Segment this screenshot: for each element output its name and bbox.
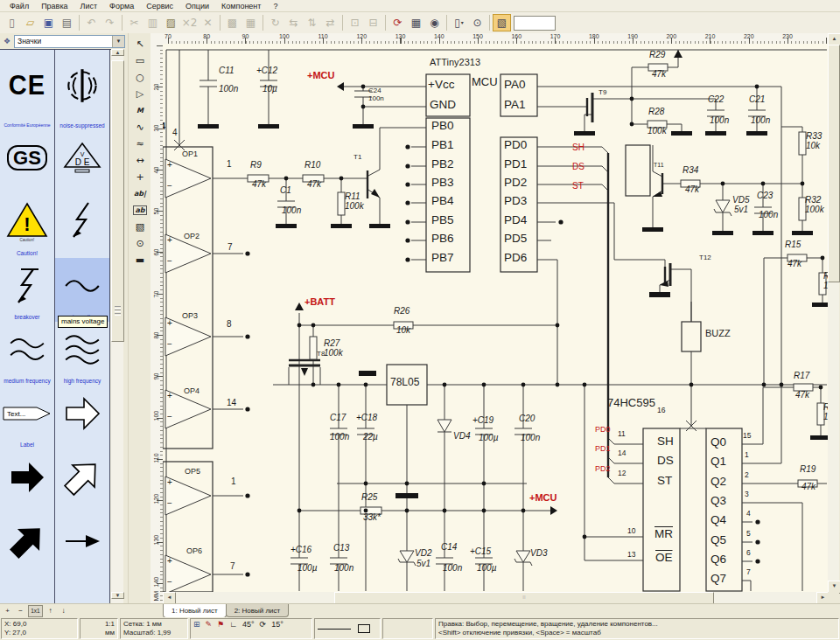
menu-item-3[interactable]: Лист bbox=[74, 2, 104, 10]
fill-style-sample[interactable] bbox=[358, 624, 370, 633]
rotate-step-icon[interactable]: ⟳ bbox=[260, 620, 267, 630]
hscroll-thumb[interactable]: ⁞⁞ bbox=[334, 592, 714, 604]
open-button[interactable]: ▱ bbox=[21, 14, 39, 31]
menu-item-2[interactable]: Правка bbox=[35, 2, 74, 10]
schematic-canvas[interactable]: C11100n+C1210µ+MCUC24100nATTiny2313MCU+V… bbox=[163, 44, 828, 592]
line-style-sample[interactable] bbox=[318, 629, 351, 630]
menu-item-5[interactable]: Сервис bbox=[140, 2, 179, 10]
flag-icon[interactable]: ⚑ bbox=[217, 620, 224, 630]
curve-tool[interactable]: ∿ bbox=[131, 120, 149, 135]
chevron-down-icon[interactable]: ▼ bbox=[112, 36, 124, 47]
palette-control-4[interactable]: ↑ bbox=[45, 605, 56, 617]
undo-button[interactable]: ↶ bbox=[82, 14, 101, 31]
symbol-tile-high[interactable]: high frequency bbox=[55, 322, 110, 386]
print-button[interactable]: ▤ bbox=[58, 14, 76, 31]
node-tool[interactable]: + bbox=[131, 170, 149, 184]
scroll-up-icon[interactable]: ▲ bbox=[111, 49, 124, 56]
new-button[interactable]: ▯ bbox=[3, 14, 21, 31]
scroll-down-icon[interactable]: ▼ bbox=[111, 592, 124, 599]
palette-scrollbar[interactable]: ▲ ▼ bbox=[111, 49, 123, 603]
flip-button[interactable]: ⇄ bbox=[321, 14, 340, 31]
mirror-v-button[interactable]: ⇅ bbox=[303, 14, 321, 31]
polyline-tool[interactable]: M bbox=[131, 103, 149, 118]
menu-item-8[interactable]: ? bbox=[267, 2, 284, 10]
redo-button[interactable]: ↷ bbox=[101, 14, 119, 31]
symbol-tile-mains[interactable]: mains voltage bbox=[55, 258, 110, 323]
library-icon[interactable]: ❖ bbox=[0, 37, 14, 45]
delete-button[interactable]: ✕ bbox=[199, 14, 217, 31]
page-preview-button[interactable]: ▯▾ bbox=[450, 14, 468, 31]
pen-icon[interactable]: ✎ bbox=[206, 620, 213, 630]
to-front-button[interactable]: ▩ bbox=[223, 14, 242, 31]
symbol-tile-arrow-black-right[interactable] bbox=[0, 449, 55, 514]
schematic-label: PD1 bbox=[504, 158, 527, 170]
sheet-tab-1[interactable]: 1: Новый лист bbox=[163, 604, 227, 618]
symbol-tile-ce[interactable]: CEConformité Européenne bbox=[0, 50, 55, 131]
save-button[interactable]: ▣ bbox=[39, 14, 58, 31]
menu-item-7[interactable]: Компонент bbox=[215, 2, 267, 10]
polygon-tool[interactable]: ▷ bbox=[131, 87, 149, 101]
horizontal-scrollbar[interactable]: ◄ ⁞⁞ ► bbox=[163, 592, 828, 603]
ellipse-tool[interactable]: ○ bbox=[131, 70, 149, 85]
symbol-tile-medium[interactable]: medium frequency bbox=[0, 322, 55, 386]
search-button[interactable]: ◉ bbox=[425, 14, 444, 31]
vertical-scrollbar[interactable]: ▲ ▼ bbox=[828, 33, 839, 592]
text-tool[interactable]: ab| bbox=[131, 186, 149, 201]
palette-control-3[interactable]: 1x1 bbox=[28, 605, 43, 617]
redraw-button[interactable]: ⟳ bbox=[388, 14, 407, 31]
paste-button[interactable]: ▨ bbox=[162, 14, 180, 31]
symbol-tile-arrow-thin-right[interactable] bbox=[55, 513, 110, 578]
palette-control-5[interactable]: ↓ bbox=[58, 605, 69, 617]
menu-bar: ФайлПравкаЛистФормаСервисОпцииКомпонент? bbox=[0, 0, 840, 12]
rotate-button[interactable]: ↻ bbox=[266, 14, 284, 31]
bottom-bar: +−1x1↑↓ 1: Новый лист2: Новый лист bbox=[0, 603, 840, 618]
symbol-tile-gs[interactable]: GS bbox=[0, 130, 55, 195]
mirror-h-button[interactable]: ⇆ bbox=[284, 14, 303, 31]
sheet-grid-button[interactable]: ▦ bbox=[407, 14, 425, 31]
ruler-top-140: 140 bbox=[434, 33, 444, 39]
menu-item-6[interactable]: Опции bbox=[179, 2, 215, 10]
symbol-tile-partial-b[interactable] bbox=[55, 577, 110, 604]
duplicate-button[interactable]: ×2 bbox=[180, 14, 199, 31]
select-tool[interactable]: ↖ bbox=[131, 37, 149, 52]
measure-tool[interactable]: ▬ bbox=[131, 253, 149, 268]
grid-toggle-icon[interactable]: ⊞ bbox=[193, 620, 200, 630]
symbol-tile-partial-a[interactable] bbox=[0, 577, 55, 604]
flash-icon bbox=[55, 194, 109, 249]
zoom-window-button[interactable]: ⊙ bbox=[468, 14, 486, 31]
symbol-tile-vde[interactable]: VD E bbox=[55, 130, 110, 195]
cut-button[interactable]: ✂ bbox=[125, 14, 144, 31]
text-frame-tool[interactable]: ab bbox=[131, 203, 149, 218]
group-button[interactable]: ⊡ bbox=[346, 14, 364, 31]
angle-icon[interactable]: ∟ bbox=[229, 620, 237, 630]
schematic-label: 100n bbox=[330, 433, 349, 442]
copy-button[interactable]: ▥ bbox=[144, 14, 162, 31]
menu-item-4[interactable]: Форма bbox=[103, 2, 140, 10]
dimension-tool[interactable]: ↔ bbox=[131, 153, 149, 168]
symbol-tile-flash[interactable] bbox=[55, 194, 110, 259]
symbol-tile-arrow-black-ne[interactable] bbox=[0, 513, 55, 578]
to-back-button[interactable]: ▦ bbox=[242, 14, 260, 31]
zoom-input[interactable] bbox=[514, 16, 556, 31]
schematic-label: 4 bbox=[172, 129, 178, 138]
symbol-tile-text-label[interactable]: Text...Label bbox=[0, 386, 55, 450]
palette-scroll-thumb[interactable] bbox=[111, 60, 124, 342]
symbol-tile-noise[interactable]: noise-suppressed bbox=[55, 50, 110, 131]
zoom-tool[interactable]: ⊙ bbox=[131, 236, 149, 251]
bitmap-export-button[interactable]: ▧ bbox=[493, 14, 511, 31]
symbol-category-select[interactable]: Значки ▼ bbox=[14, 35, 125, 48]
palette-control-2[interactable]: − bbox=[15, 605, 26, 617]
ungroup-button[interactable]: ⊟ bbox=[364, 14, 382, 31]
symbol-tile-arrow-white-ne[interactable] bbox=[55, 449, 110, 514]
palette-control-1[interactable]: + bbox=[2, 605, 13, 617]
menu-item-1[interactable]: Файл bbox=[4, 2, 35, 10]
vscroll-thumb[interactable] bbox=[828, 45, 840, 282]
sheet-tab-2[interactable]: 2: Новый лист bbox=[226, 604, 290, 617]
symbol-tile-arrow-white-right[interactable] bbox=[55, 386, 110, 450]
rectangle-tool[interactable]: ▭ bbox=[131, 53, 149, 68]
symbol-tile-breakover[interactable]: breakover bbox=[0, 258, 55, 323]
freehand-tool[interactable]: ≈ bbox=[131, 136, 149, 151]
schematic-label: MCU bbox=[472, 76, 498, 88]
symbol-tile-caution[interactable]: !Caution!Caution! bbox=[0, 194, 55, 259]
image-tool[interactable]: ▧ bbox=[131, 219, 149, 234]
